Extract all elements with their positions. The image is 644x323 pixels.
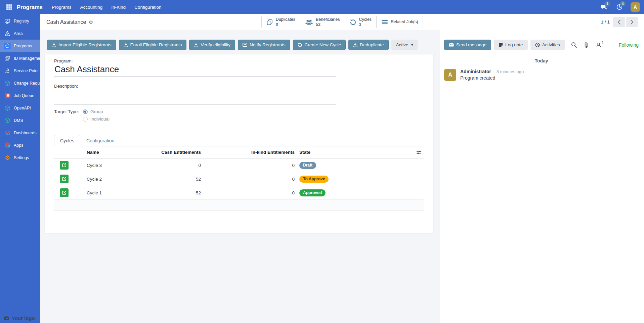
action-gear-icon[interactable]: ⚙ [89,19,93,25]
messages-menu-button[interactable]: 1 [600,3,608,11]
user-avatar[interactable]: A [631,2,640,12]
activities-button[interactable]: Activities [530,40,565,50]
day-divider-label: Today [534,58,548,63]
nav-item-configuration[interactable]: Configuration [130,0,166,14]
apps-pie-icon [4,142,11,149]
program-label: Program: [54,58,424,63]
column-header-cash-entitlements[interactable]: Cash Entitlements [147,150,201,155]
sidebar-item-job-queue[interactable]: Job Queue [0,89,40,102]
app-brand[interactable]: Programs [17,4,43,10]
optional-columns-icon[interactable] [416,150,422,155]
open-record-button[interactable] [60,175,69,183]
external-link-icon [62,163,67,168]
state-badge: To Approve [299,176,329,183]
log-note-button[interactable]: Log note [494,40,528,50]
download-icon [194,43,198,47]
notebook-tabs: Cycles Configuration [54,135,424,146]
download-icon [52,43,56,47]
caret-down-icon: ▾ [411,43,413,47]
external-link-icon [62,177,67,181]
refresh-icon [298,43,302,47]
breadcrumb[interactable]: Cash Assistance [46,19,86,25]
stat-button-cycles[interactable]: Cycles 3 [345,16,377,28]
cash-entitlements-value: 0 [147,163,201,168]
company-logo[interactable]: Your logo [4,315,35,321]
table-row[interactable]: Cycle 1 52 0 Approved [54,186,424,200]
search-messages-icon[interactable] [571,42,577,48]
sidebar-item-dashboards[interactable]: Dashboards [0,127,40,139]
sidebar-item-apps[interactable]: Apps [0,139,40,151]
download-icon [124,43,128,47]
pager-previous-button[interactable] [613,17,625,27]
sidebar-item-settings[interactable]: ⚙ Settings [0,151,40,164]
notify-registrants-button[interactable]: Notify Registrants [238,40,290,50]
external-link-icon [62,190,67,195]
status-dropdown[interactable]: Active ▾ [391,40,418,50]
target-type-option-group[interactable]: Group [83,109,110,114]
form-sheet: Program: Cash Assistance Description: Ta… [45,54,433,233]
target-type-option-individual[interactable]: Individual [83,117,110,122]
message-avatar[interactable]: A [444,69,456,81]
activities-menu-button[interactable]: 4 [615,3,624,11]
apps-menu-button[interactable] [3,1,15,13]
apps-grid-icon [6,4,12,10]
open-record-button[interactable] [60,161,69,170]
sidebar-item-dms[interactable]: DMS [0,114,40,127]
stat-button-duplicates[interactable]: Duplicates 0 [262,16,300,28]
stat-button-beneficiaries[interactable]: Beneficiaries 52 [300,16,345,28]
radio-selected-icon[interactable] [83,109,88,114]
stat-button-group: Duplicates 0 Beneficiaries 52 Cycles 3 [261,16,423,28]
nav-item-accounting[interactable]: Accounting [76,0,107,14]
tab-cycles[interactable]: Cycles [54,135,80,146]
nav-menu: Programs Accounting In-Kind Configuratio… [47,0,166,14]
table-row[interactable]: Cycle 2 52 0 To Approve [54,172,424,186]
inkind-entitlements-value: 0 [201,177,295,182]
nav-item-in-kind[interactable]: In-Kind [107,0,130,14]
related-jobs-icon [381,19,388,25]
sidebar-item-id-management[interactable]: ID Management [0,52,40,64]
sidebar-item-openapi[interactable]: OpenAPI [0,102,40,114]
open-record-button[interactable] [60,188,69,197]
settings-gear-icon: ⚙ [4,154,11,162]
import-registrants-button[interactable]: Import Eligible Registrants [47,40,116,50]
sidebar-item-registry[interactable]: Registry [0,15,40,27]
stat-button-related-jobs[interactable]: Related Job(s) [377,16,423,28]
sidebar-item-area[interactable]: Area [0,27,40,40]
pager-next-button[interactable] [626,17,638,27]
description-input[interactable] [54,89,336,105]
column-header-inkind-entitlements[interactable]: In-kind Entitlements [201,150,295,155]
form-action-bar: Import Eligible Registrants Enroll Eligi… [40,40,440,50]
cube-icon [4,80,11,87]
attachments-icon[interactable] [584,42,589,48]
sidebar-item-change-request[interactable]: Change Requ... [0,77,40,89]
sidebar-item-programs[interactable]: Programs [0,40,40,52]
program-name-input[interactable]: Cash Assistance [54,63,336,77]
inkind-entitlements-value: 0 [201,163,295,168]
column-header-name[interactable]: Name [87,150,147,155]
message-author[interactable]: Administrator [460,69,491,74]
followers-icon[interactable]: 1 [596,42,603,48]
following-toggle[interactable]: Following [619,42,639,48]
cash-entitlements-value: 52 [147,190,201,195]
table-row[interactable]: Cycle 3 0 0 Draft [54,158,424,172]
send-message-button[interactable]: Send message [444,40,491,50]
cube-icon [4,117,11,124]
chevron-left-icon [617,20,621,25]
cycle-name: Cycle 1 [87,190,147,195]
create-new-cycle-button[interactable]: Create New Cycle [293,40,346,50]
tab-configuration[interactable]: Configuration [80,135,120,146]
followers-count: 1 [602,41,604,45]
sidebar-item-service-point[interactable]: Service Point [0,64,40,77]
radio-unselected-icon[interactable] [83,117,88,122]
cube-icon [4,104,11,112]
area-icon [4,30,11,37]
column-header-state[interactable]: State [295,150,362,155]
chatter-toolbar: Send message Log note Activities [440,40,644,50]
pager-counter: 1 / 1 [601,19,610,25]
enroll-registrants-button[interactable]: Enroll Eligible Registrants [119,40,187,50]
programs-icon [4,42,11,50]
form-region: Import Eligible Registrants Enroll Eligi… [40,30,440,323]
deduplicate-button[interactable]: Deduplicate [348,40,388,50]
nav-item-programs[interactable]: Programs [47,0,76,14]
verify-eligibility-button[interactable]: Verify eligibility [189,40,235,50]
